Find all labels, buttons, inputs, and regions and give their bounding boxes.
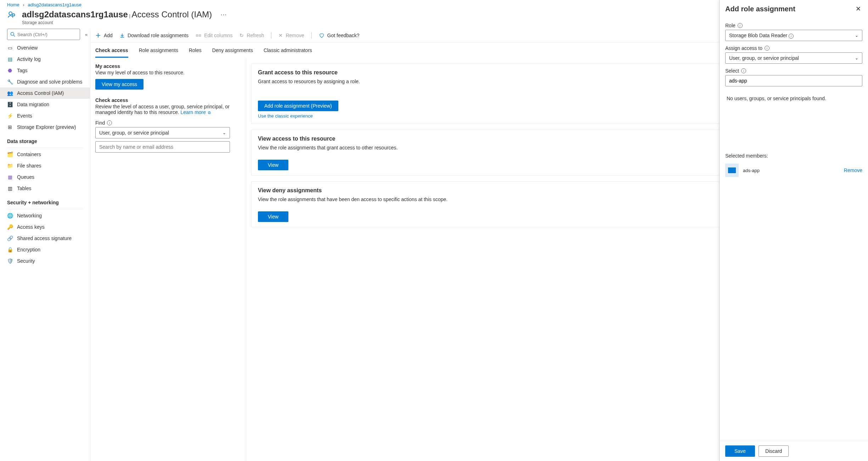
learn-more-link[interactable]: Learn more ⧉ [180, 109, 210, 115]
nav-networking[interactable]: 🌐Networking [0, 210, 90, 221]
nav-tables[interactable]: ▥Tables [0, 183, 90, 194]
nav-file-shares[interactable]: 📁File shares [0, 160, 90, 171]
view-access-button[interactable]: View [258, 160, 288, 170]
find-label: Find i [95, 120, 241, 126]
search-icon [10, 32, 15, 37]
nav-storage-explorer[interactable]: ⊞Storage Explorer (preview) [0, 121, 90, 133]
nav-access-control[interactable]: 👥Access Control (IAM) [0, 87, 90, 99]
nav-access-keys[interactable]: 🔑Access keys [0, 221, 90, 233]
discard-button[interactable]: Discard [759, 445, 789, 457]
check-access-title: Check access [95, 97, 241, 103]
section-data-storage: Data storage [0, 133, 90, 146]
info-icon[interactable]: i [738, 23, 743, 28]
tag-icon: ⬣ [7, 68, 13, 73]
view-my-access-button[interactable]: View my access [95, 79, 143, 90]
assign-label: Assign access to i [725, 45, 862, 51]
my-access-title: My access [95, 63, 241, 69]
columns-icon: ≡≡ [196, 33, 201, 38]
find-search-input[interactable] [95, 141, 230, 153]
external-link-icon: ⧉ [208, 110, 211, 115]
info-icon[interactable]: i [741, 68, 746, 73]
edit-columns-button: ≡≡ Edit columns [196, 33, 233, 38]
remove-member-button[interactable]: Remove [844, 167, 862, 173]
page-title: Access Control (IAM) [131, 10, 212, 19]
more-actions-button[interactable]: ⋯ [220, 11, 227, 18]
migration-icon: 🗄️ [7, 102, 13, 107]
nav-overview[interactable]: ▭Overview [0, 42, 90, 53]
resource-name: adlsg2datascans1rg1ause [22, 10, 128, 19]
my-access-desc: View my level of access to this resource… [95, 70, 241, 75]
member-name: ads-app [743, 168, 760, 173]
iam-icon: 👥 [7, 90, 13, 96]
add-role-assignment-panel: Add role assignment ✕ Role i Storage Blo… [719, 0, 868, 461]
select-input[interactable] [725, 75, 862, 86]
svg-point-1 [12, 14, 15, 16]
sidebar-search[interactable] [7, 29, 80, 40]
find-select[interactable]: User, group, or service principal ⌄ [95, 127, 230, 138]
download-icon [120, 33, 125, 38]
nav-events[interactable]: ⚡Events [0, 110, 90, 121]
svg-line-3 [13, 35, 15, 36]
info-icon[interactable]: i [107, 120, 112, 125]
save-button[interactable]: Save [725, 445, 755, 457]
nav-encryption[interactable]: 🔒Encryption [0, 244, 90, 255]
nav-queues[interactable]: ▦Queues [0, 171, 90, 183]
key-icon: 🔑 [7, 224, 13, 230]
chevron-down-icon: ⌄ [855, 33, 858, 38]
resource-icon [7, 10, 17, 19]
refresh-icon: ↻ [239, 33, 244, 38]
selected-members-label: Selected members: [725, 153, 862, 159]
svg-point-0 [9, 12, 12, 15]
nav-containers[interactable]: 🗂️Containers [0, 149, 90, 160]
add-role-assignment-button[interactable]: Add role assignment (Preview) [258, 101, 338, 111]
sidebar: « ▭Overview ▤Activity log ⬣Tags 🔧Diagnos… [0, 29, 90, 461]
role-select[interactable]: Storage Blob Data Reader i ⌄ [725, 30, 862, 41]
tab-roles[interactable]: Roles [189, 47, 202, 58]
breadcrumb-home[interactable]: Home [7, 2, 19, 7]
assign-select[interactable]: User, group, or service principal ⌄ [725, 52, 862, 64]
add-button[interactable]: Add [95, 33, 113, 38]
nav-tags[interactable]: ⬣Tags [0, 65, 90, 76]
classic-experience-link[interactable]: Use the classic experience [258, 113, 338, 119]
member-avatar [725, 164, 739, 177]
tab-deny-assignments[interactable]: Deny assignments [212, 47, 253, 58]
close-button[interactable]: ✕ [854, 4, 862, 14]
nav-activity-log[interactable]: ▤Activity log [0, 53, 90, 65]
log-icon: ▤ [7, 56, 13, 62]
selected-member-row: ads-app Remove [725, 164, 862, 177]
nav-diagnose[interactable]: 🔧Diagnose and solve problems [0, 76, 90, 87]
tab-check-access[interactable]: Check access [95, 47, 128, 58]
feedback-button[interactable]: Got feedback? [319, 33, 360, 38]
nav-security[interactable]: 🛡️Security [0, 255, 90, 267]
info-icon[interactable]: i [789, 34, 794, 39]
chevron-down-icon: ⌄ [855, 56, 858, 61]
breadcrumb-resource[interactable]: adlsg2datascans1rg1ause [28, 2, 81, 7]
download-button[interactable]: Download role assignments [120, 33, 188, 38]
chevron-down-icon: ⌄ [222, 130, 226, 135]
explorer-icon: ⊞ [7, 124, 13, 130]
svg-point-2 [11, 32, 14, 35]
role-label: Role i [725, 23, 862, 28]
section-security: Security + networking [0, 194, 90, 207]
collapse-sidebar-button[interactable]: « [84, 30, 89, 39]
networking-icon: 🌐 [7, 213, 13, 218]
tables-icon: ▥ [7, 186, 13, 191]
flyout-title: Add role assignment [725, 5, 795, 13]
nav-data-migration[interactable]: 🗄️Data migration [0, 99, 90, 110]
tab-role-assignments[interactable]: Role assignments [139, 47, 178, 58]
info-icon[interactable]: i [765, 46, 770, 51]
sas-icon: 🔗 [7, 235, 13, 241]
refresh-button: ↻ Refresh [239, 33, 264, 38]
nav-sas[interactable]: 🔗Shared access signature [0, 233, 90, 244]
tab-classic-admins[interactable]: Classic administrators [264, 47, 312, 58]
remove-button: ✕ Remove [278, 33, 304, 38]
file-shares-icon: 📁 [7, 163, 13, 169]
overview-icon: ▭ [7, 45, 13, 51]
diagnose-icon: 🔧 [7, 79, 13, 85]
view-deny-button[interactable]: View [258, 211, 288, 222]
containers-icon: 🗂️ [7, 152, 13, 157]
queues-icon: ▦ [7, 174, 13, 180]
events-icon: ⚡ [7, 113, 13, 119]
x-icon: ✕ [278, 33, 283, 38]
search-input[interactable] [17, 32, 77, 37]
